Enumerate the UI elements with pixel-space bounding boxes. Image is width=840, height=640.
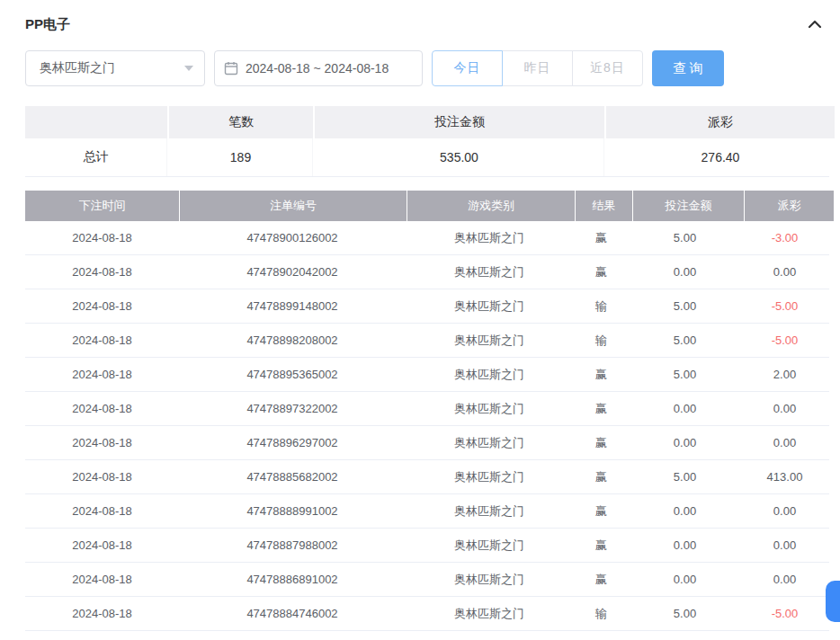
cell-amount: 5.00 [630,289,740,323]
cell-time: 2024-08-18 [25,392,179,425]
summary-total-payout: 276.40 [606,138,835,176]
cell-bet-no: 47478896297002 [179,426,406,459]
date-range-value: 2024-08-18 ~ 2024-08-18 [246,61,389,76]
cell-game: 奥林匹斯之门 [406,460,573,493]
chevron-up-icon[interactable] [808,19,822,30]
cell-amount: 5.00 [630,358,740,391]
cell-time: 2024-08-18 [25,289,179,323]
cell-amount: 0.00 [630,494,740,528]
cell-payout: 0.00 [740,494,829,528]
summary-header-payout: 派彩 [606,106,835,138]
cell-time: 2024-08-18 [25,221,179,254]
cell-result: 赢 [573,392,630,425]
cell-game: 奥林匹斯之门 [406,221,573,254]
table-row: 2024-08-18 47478895365002 奥林匹斯之门 赢 5.00 … [25,358,829,392]
cell-bet-no: 47478898208002 [179,324,406,357]
summary-header-row: 笔数 投注金额 派彩 [25,106,829,138]
col-header-bet-no: 注单编号 [180,191,407,221]
cell-game: 奥林匹斯之门 [406,426,573,459]
cell-time: 2024-08-18 [25,494,179,528]
cell-payout: 0.00 [740,392,829,425]
cell-amount: 0.00 [630,255,740,289]
cell-payout: -3.00 [740,221,829,254]
cell-payout: 0.00 [740,529,829,562]
quick-button-today[interactable]: 今日 [432,50,503,86]
query-button[interactable]: 查询 [652,50,724,86]
cell-result: 输 [573,597,630,630]
cell-amount: 5.00 [630,221,740,254]
summary-total-count: 189 [169,138,313,176]
col-header-time: 下注时间 [25,191,179,221]
cell-game: 奥林匹斯之门 [406,324,573,357]
cell-result: 赢 [573,221,630,254]
cell-time: 2024-08-18 [25,324,179,357]
cell-amount: 5.00 [630,597,740,630]
panel-header: PP电子 [0,0,840,36]
cell-payout: 0.00 [740,255,829,289]
cell-amount: 0.00 [630,563,740,596]
summary-table: 笔数 投注金额 派彩 总计 189 535.00 276.40 [25,106,829,177]
quick-button-yesterday[interactable]: 昨日 [502,50,573,86]
summary-total-row: 总计 189 535.00 276.40 [25,138,829,177]
cell-time: 2024-08-18 [25,597,179,630]
cell-game: 奥林匹斯之门 [406,289,573,323]
cell-payout: 0.00 [740,426,829,459]
cell-game: 奥林匹斯之门 [406,255,573,289]
cell-payout: 2.00 [740,358,829,391]
table-row: 2024-08-18 47478885682002 奥林匹斯之门 赢 5.00 … [25,460,829,494]
cell-result: 赢 [573,529,630,562]
cell-payout: 0.00 [740,563,829,596]
floating-action-button[interactable] [826,581,840,622]
table-row: 2024-08-18 47478886891002 奥林匹斯之门 赢 0.00 … [25,563,829,597]
cell-bet-no: 47478899148002 [179,289,406,323]
cell-game: 奥林匹斯之门 [406,597,573,630]
cell-result: 输 [573,289,630,323]
summary-header-blank [25,106,167,138]
chevron-down-icon [184,66,193,71]
game-select[interactable]: 奥林匹斯之门 [25,50,205,86]
cell-amount: 0.00 [630,529,740,562]
cell-result: 赢 [573,255,630,289]
bet-table-header: 下注时间 注单编号 游戏类别 结果 投注金额 派彩 [25,191,829,221]
cell-time: 2024-08-18 [25,460,179,493]
report-panel: PP电子 奥林匹斯之门 2024-08-18 ~ 2024-08-18 今日 昨… [0,0,840,640]
panel-title: PP电子 [25,16,70,33]
cell-bet-no: 47478900126002 [179,221,406,254]
summary-header-bet-amount: 投注金额 [315,106,604,138]
table-row: 2024-08-18 47478902042002 奥林匹斯之门 赢 0.00 … [25,255,829,289]
cell-bet-no: 47478888991002 [179,494,406,528]
cell-bet-no: 47478895365002 [179,358,406,391]
cell-bet-no: 47478884746002 [179,597,406,630]
date-range-input[interactable]: 2024-08-18 ~ 2024-08-18 [214,50,423,86]
cell-result: 赢 [573,426,630,459]
cell-result: 输 [573,324,630,357]
cell-bet-no: 47478887988002 [179,529,406,562]
cell-time: 2024-08-18 [25,255,179,289]
cell-amount: 5.00 [630,460,740,493]
col-header-game: 游戏类别 [407,191,575,221]
cell-amount: 5.00 [630,324,740,357]
bet-table: 下注时间 注单编号 游戏类别 结果 投注金额 派彩 2024-08-18 474… [25,191,829,631]
table-row: 2024-08-18 47478888991002 奥林匹斯之门 赢 0.00 … [25,494,829,529]
summary-header-count: 笔数 [169,106,313,138]
col-header-amount: 投注金额 [633,191,744,221]
cell-payout: -5.00 [740,324,829,357]
cell-bet-no: 47478885682002 [179,460,406,493]
cell-time: 2024-08-18 [25,563,179,596]
col-header-result: 结果 [576,191,632,221]
table-row: 2024-08-18 47478896297002 奥林匹斯之门 赢 0.00 … [25,426,829,460]
cell-payout: -5.00 [740,289,829,323]
table-row: 2024-08-18 47478897322002 奥林匹斯之门 赢 0.00 … [25,392,829,426]
cell-bet-no: 47478902042002 [179,255,406,289]
cell-game: 奥林匹斯之门 [406,494,573,528]
cell-payout: 413.00 [740,460,829,493]
table-row: 2024-08-18 47478900126002 奥林匹斯之门 赢 5.00 … [25,221,829,255]
quick-button-last8days[interactable]: 近8日 [572,50,643,86]
table-row: 2024-08-18 47478899148002 奥林匹斯之门 输 5.00 … [25,289,829,324]
cell-result: 赢 [573,563,630,596]
cell-time: 2024-08-18 [25,529,179,562]
cell-payout: -5.00 [740,597,829,630]
table-row: 2024-08-18 47478898208002 奥林匹斯之门 输 5.00 … [25,324,829,358]
cell-bet-no: 47478886891002 [179,563,406,596]
cell-time: 2024-08-18 [25,426,179,459]
